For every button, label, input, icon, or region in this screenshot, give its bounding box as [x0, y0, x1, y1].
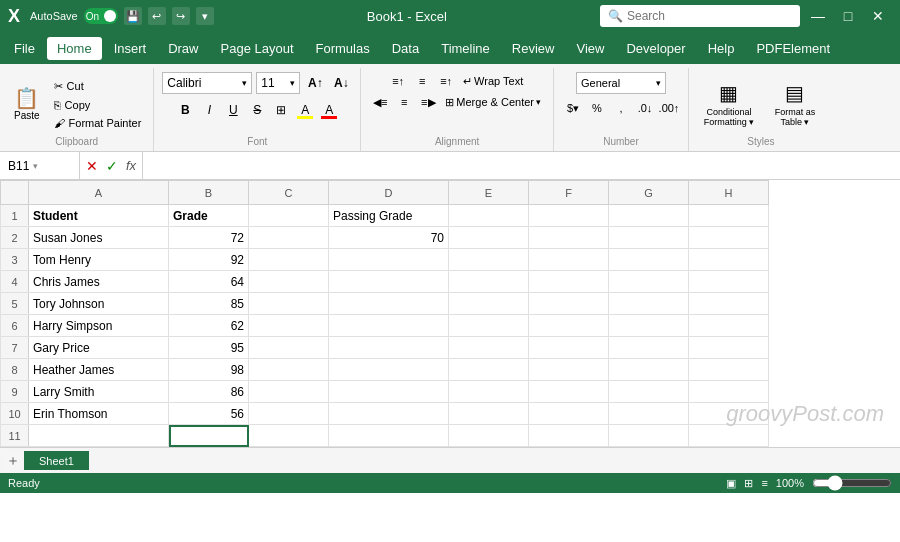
italic-button[interactable]: I	[198, 99, 220, 121]
search-bar[interactable]: 🔍	[600, 5, 800, 27]
cell-D4[interactable]	[329, 271, 449, 293]
cell-A3[interactable]: Tom Henry	[29, 249, 169, 271]
cell-A2[interactable]: Susan Jones	[29, 227, 169, 249]
comma-button[interactable]: ,	[610, 99, 632, 117]
borders-button[interactable]: ⊞	[270, 99, 292, 121]
cancel-formula-icon[interactable]: ✕	[84, 158, 100, 174]
align-top-right-button[interactable]: ≡↑	[435, 72, 457, 90]
format-painter-button[interactable]: 🖌 Format Painter	[50, 115, 146, 131]
cell-F8[interactable]	[529, 359, 609, 381]
sheet-tab-1[interactable]: Sheet1	[24, 451, 89, 470]
cell-G3[interactable]	[609, 249, 689, 271]
strikethrough-button[interactable]: S	[246, 99, 268, 121]
cell-E2[interactable]	[449, 227, 529, 249]
cell-reference-box[interactable]: B11 ▾	[0, 152, 80, 179]
insert-function-icon[interactable]: fx	[124, 158, 138, 173]
cell-A1[interactable]: Student	[29, 205, 169, 227]
cell-D8[interactable]	[329, 359, 449, 381]
maximize-button[interactable]: □	[834, 4, 862, 28]
menu-developer[interactable]: Developer	[616, 37, 695, 60]
formula-input[interactable]	[143, 159, 900, 173]
cell-H1[interactable]	[689, 205, 769, 227]
cell-F4[interactable]	[529, 271, 609, 293]
cell-G6[interactable]	[609, 315, 689, 337]
cell-G8[interactable]	[609, 359, 689, 381]
menu-file[interactable]: File	[4, 37, 45, 60]
col-header-E[interactable]: E	[449, 181, 529, 205]
menu-help[interactable]: Help	[698, 37, 745, 60]
cell-C6[interactable]	[249, 315, 329, 337]
row-number-8[interactable]: 8	[1, 359, 29, 381]
cell-B2[interactable]: 72	[169, 227, 249, 249]
align-left-button[interactable]: ◀≡	[369, 93, 391, 111]
cell-A11[interactable]	[29, 425, 169, 447]
align-top-left-button[interactable]: ≡↑	[387, 72, 409, 90]
font-color-button[interactable]: A	[318, 99, 340, 121]
cell-F5[interactable]	[529, 293, 609, 315]
cell-E10[interactable]	[449, 403, 529, 425]
cell-F10[interactable]	[529, 403, 609, 425]
fill-color-button[interactable]: A	[294, 99, 316, 121]
col-header-C[interactable]: C	[249, 181, 329, 205]
number-format-selector[interactable]: General ▾	[576, 72, 666, 94]
merge-center-button[interactable]: ⊞ Merge & Center ▾	[441, 94, 545, 111]
minimize-button[interactable]: —	[804, 4, 832, 28]
cell-G5[interactable]	[609, 293, 689, 315]
cell-E7[interactable]	[449, 337, 529, 359]
row-number-4[interactable]: 4	[1, 271, 29, 293]
cell-B9[interactable]: 86	[169, 381, 249, 403]
cell-D9[interactable]	[329, 381, 449, 403]
cut-button[interactable]: ✂ Cut	[50, 78, 146, 95]
underline-button[interactable]: U	[222, 99, 244, 121]
wrap-text-button[interactable]: ↵ Wrap Text	[459, 73, 527, 90]
row-number-6[interactable]: 6	[1, 315, 29, 337]
cell-H5[interactable]	[689, 293, 769, 315]
cell-F11[interactable]	[529, 425, 609, 447]
col-header-D[interactable]: D	[329, 181, 449, 205]
font-name-selector[interactable]: Calibri ▾	[162, 72, 252, 94]
cell-H8[interactable]	[689, 359, 769, 381]
cell-H7[interactable]	[689, 337, 769, 359]
cell-H4[interactable]	[689, 271, 769, 293]
cell-B4[interactable]: 64	[169, 271, 249, 293]
cell-H6[interactable]	[689, 315, 769, 337]
cell-C5[interactable]	[249, 293, 329, 315]
cell-A10[interactable]: Erin Thomson	[29, 403, 169, 425]
align-right-button[interactable]: ≡▶	[417, 93, 439, 111]
undo-icon[interactable]: ↩	[148, 7, 166, 25]
menu-timeline[interactable]: Timeline	[431, 37, 500, 60]
cell-G11[interactable]	[609, 425, 689, 447]
autosave-toggle[interactable]: On	[84, 8, 118, 24]
menu-pdfelement[interactable]: PDFElement	[746, 37, 840, 60]
row-number-3[interactable]: 3	[1, 249, 29, 271]
menu-view[interactable]: View	[566, 37, 614, 60]
cell-H2[interactable]	[689, 227, 769, 249]
accounting-button[interactable]: $▾	[562, 99, 584, 117]
decrease-decimal-button[interactable]: .0↓	[634, 99, 656, 117]
cell-D5[interactable]	[329, 293, 449, 315]
cell-B1[interactable]: Grade	[169, 205, 249, 227]
cell-F2[interactable]	[529, 227, 609, 249]
cell-E1[interactable]	[449, 205, 529, 227]
align-top-center-button[interactable]: ≡	[411, 72, 433, 90]
cell-A6[interactable]: Harry Simpson	[29, 315, 169, 337]
cell-B10[interactable]: 56	[169, 403, 249, 425]
cell-B7[interactable]: 95	[169, 337, 249, 359]
row-number-10[interactable]: 10	[1, 403, 29, 425]
col-header-G[interactable]: G	[609, 181, 689, 205]
cell-D10[interactable]	[329, 403, 449, 425]
cell-E5[interactable]	[449, 293, 529, 315]
menu-page-layout[interactable]: Page Layout	[211, 37, 304, 60]
menu-data[interactable]: Data	[382, 37, 429, 60]
cell-H3[interactable]	[689, 249, 769, 271]
cell-H9[interactable]	[689, 381, 769, 403]
cell-E8[interactable]	[449, 359, 529, 381]
cell-A9[interactable]: Larry Smith	[29, 381, 169, 403]
cell-A4[interactable]: Chris James	[29, 271, 169, 293]
row-number-1[interactable]: 1	[1, 205, 29, 227]
zoom-slider[interactable]	[812, 475, 892, 491]
increase-decimal-button[interactable]: .00↑	[658, 99, 680, 117]
cell-H11[interactable]	[689, 425, 769, 447]
bold-button[interactable]: B	[174, 99, 196, 121]
cell-E9[interactable]	[449, 381, 529, 403]
